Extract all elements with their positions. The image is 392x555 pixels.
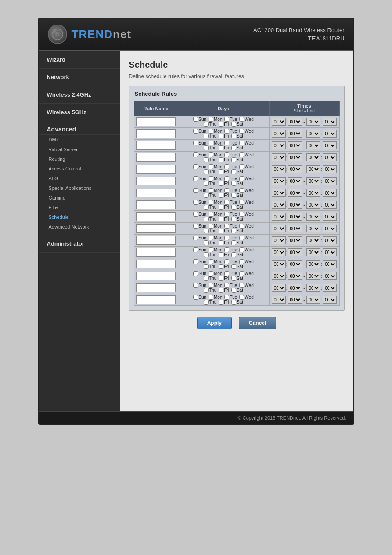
rule-name-input[interactable] [136,117,176,126]
time-end-min[interactable]: 00153045 [323,141,337,149]
time-start-hour[interactable]: 0001020304050607080910111213141516171819… [272,296,286,304]
time-start-hour[interactable]: 0001020304050607080910111213141516171819… [272,141,286,149]
day-checkbox-tue[interactable] [224,141,229,145]
sidebar-item-wizard[interactable]: Wizard [39,51,120,69]
rule-name-input[interactable] [136,129,176,138]
time-end-hour[interactable]: 0001020304050607080910111213141516171819… [306,225,320,232]
sidebar-sub-gaming[interactable]: Gaming [39,193,120,203]
day-checkbox-wed[interactable] [239,236,244,240]
day-checkbox-mon[interactable] [209,152,213,157]
time-end-hour[interactable]: 0001020304050607080910111213141516171819… [306,284,320,292]
rule-name-input[interactable] [136,141,176,150]
day-checkbox-fri[interactable] [219,157,223,162]
time-start-hour[interactable]: 0001020304050607080910111213141516171819… [272,284,286,292]
time-start-hour[interactable]: 0001020304050607080910111213141516171819… [272,260,286,268]
rule-name-input[interactable] [136,295,176,304]
day-checkbox-sat[interactable] [231,217,236,221]
day-checkbox-mon[interactable] [209,129,213,134]
time-end-hour[interactable]: 0001020304050607080910111213141516171819… [306,248,320,256]
rule-name-input[interactable] [136,283,176,292]
time-start-hour[interactable]: 0001020304050607080910111213141516171819… [272,201,286,209]
day-checkbox-tue[interactable] [224,212,229,217]
day-checkbox-sun[interactable] [193,200,198,205]
day-checkbox-sat[interactable] [231,300,236,305]
time-start-min[interactable]: 00153045 [288,153,302,161]
day-checkbox-fri[interactable] [219,145,223,150]
time-end-min[interactable]: 00153045 [323,236,337,244]
time-end-min[interactable]: 00153045 [323,225,337,232]
day-checkbox-tue[interactable] [224,259,229,264]
day-checkbox-tue[interactable] [224,247,229,252]
time-end-hour[interactable]: 0001020304050607080910111213141516171819… [306,201,320,209]
day-checkbox-tue[interactable] [224,283,229,288]
day-checkbox-tue[interactable] [224,164,229,169]
day-checkbox-fri[interactable] [219,181,223,186]
time-start-hour[interactable]: 0001020304050607080910111213141516171819… [272,177,286,185]
rule-name-input[interactable] [136,236,176,245]
time-end-min[interactable]: 00153045 [323,201,337,209]
day-checkbox-sat[interactable] [231,276,236,281]
time-end-hour[interactable]: 0001020304050607080910111213141516171819… [306,118,320,126]
time-end-hour[interactable]: 0001020304050607080910111213141516171819… [306,260,320,268]
day-checkbox-wed[interactable] [239,200,244,205]
sidebar-item-wireless5[interactable]: Wireless 5GHz [39,104,120,121]
day-checkbox-mon[interactable] [209,259,213,264]
day-checkbox-fri[interactable] [219,300,223,305]
time-start-hour[interactable]: 0001020304050607080910111213141516171819… [272,248,286,256]
day-checkbox-thu[interactable] [204,145,209,150]
rule-name-input[interactable] [136,224,176,233]
day-checkbox-mon[interactable] [209,141,213,145]
sidebar-sub-routing[interactable]: Routing [39,154,120,164]
time-start-min[interactable]: 00153045 [288,260,302,268]
day-checkbox-wed[interactable] [239,224,244,229]
time-end-min[interactable]: 00153045 [323,118,337,126]
day-checkbox-mon[interactable] [209,283,213,288]
day-checkbox-wed[interactable] [239,283,244,288]
time-start-hour[interactable]: 0001020304050607080910111213141516171819… [272,236,286,244]
day-checkbox-thu[interactable] [204,240,209,245]
time-end-hour[interactable]: 0001020304050607080910111213141516171819… [306,296,320,304]
time-start-hour[interactable]: 0001020304050607080910111213141516171819… [272,225,286,232]
time-end-hour[interactable]: 0001020304050607080910111213141516171819… [306,130,320,138]
day-checkbox-sun[interactable] [193,247,198,252]
time-start-hour[interactable]: 0001020304050607080910111213141516171819… [272,213,286,221]
sidebar-sub-accesscontrol[interactable]: Access Control [39,164,120,174]
day-checkbox-sat[interactable] [231,169,236,174]
day-checkbox-sun[interactable] [193,295,198,300]
day-checkbox-mon[interactable] [209,224,213,229]
day-checkbox-fri[interactable] [219,229,223,233]
day-checkbox-mon[interactable] [209,247,213,252]
rule-name-input[interactable] [136,272,176,280]
rule-name-input[interactable] [136,212,176,221]
time-end-min[interactable]: 00153045 [323,272,337,280]
day-checkbox-sun[interactable] [193,129,198,134]
day-checkbox-sun[interactable] [193,188,198,193]
day-checkbox-fri[interactable] [219,193,223,198]
time-start-min[interactable]: 00153045 [288,296,302,304]
day-checkbox-sun[interactable] [193,117,198,122]
day-checkbox-sat[interactable] [231,205,236,210]
day-checkbox-mon[interactable] [209,271,213,276]
day-checkbox-sat[interactable] [231,181,236,186]
day-checkbox-thu[interactable] [204,276,209,281]
day-checkbox-sat[interactable] [231,145,236,150]
day-checkbox-thu[interactable] [204,217,209,221]
day-checkbox-mon[interactable] [209,188,213,193]
day-checkbox-thu[interactable] [204,205,209,210]
day-checkbox-thu[interactable] [204,181,209,186]
day-checkbox-wed[interactable] [239,164,244,169]
day-checkbox-fri[interactable] [219,217,223,221]
sidebar-sub-schedule[interactable]: Schedule [39,212,120,222]
time-end-min[interactable]: 00153045 [323,213,337,221]
time-end-min[interactable]: 00153045 [323,130,337,138]
time-start-hour[interactable]: 0001020304050607080910111213141516171819… [272,189,286,197]
day-checkbox-mon[interactable] [209,164,213,169]
time-end-min[interactable]: 00153045 [323,165,337,173]
rule-name-input[interactable] [136,177,176,185]
day-checkbox-wed[interactable] [239,271,244,276]
day-checkbox-sun[interactable] [193,176,198,181]
rule-name-input[interactable] [136,260,176,268]
time-end-hour[interactable]: 0001020304050607080910111213141516171819… [306,141,320,149]
day-checkbox-mon[interactable] [209,236,213,240]
time-end-min[interactable]: 00153045 [323,260,337,268]
